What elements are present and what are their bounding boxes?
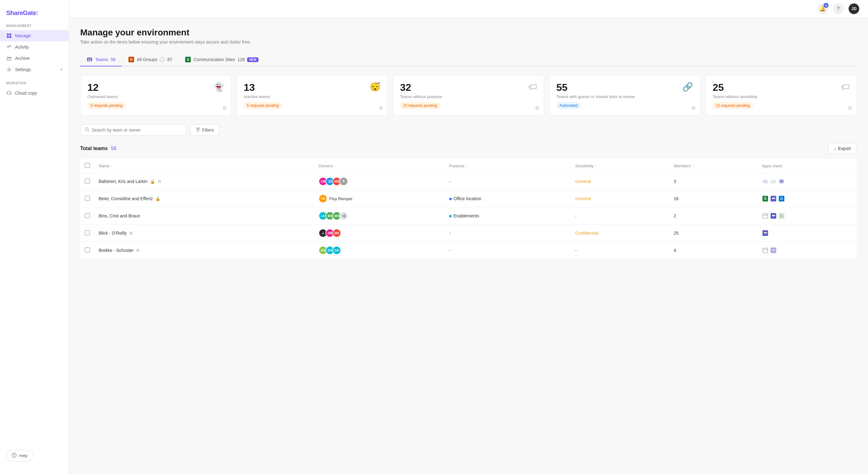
content-area: Manage your environment Take action on t…	[69, 18, 868, 474]
orphaned-badge[interactable]: 5 requests pending	[87, 102, 126, 109]
search-filter-row: Filters	[80, 124, 857, 136]
manage-icon	[6, 33, 12, 38]
members-count: 25	[670, 225, 757, 242]
orphaned-gear-icon[interactable]: ⚙	[222, 105, 227, 111]
avatar: MS	[332, 229, 341, 238]
table-row: Beier, Considine and Effertz 🔒 FR Floy R…	[81, 190, 857, 208]
help-button[interactable]: Help	[6, 450, 33, 462]
no-purpose-icon: 🏷	[528, 82, 537, 92]
team-name: Blick - O'Reilly	[99, 230, 127, 235]
no-sensitivity-gear-icon[interactable]: ⚙	[848, 105, 852, 111]
settings-chevron-icon: ▾	[60, 67, 62, 72]
svg-text:S: S	[187, 58, 189, 61]
purpose-sort-icon: ↕	[465, 164, 467, 168]
more-owners-badge: +2	[339, 212, 348, 220]
filters-button[interactable]: Filters	[190, 124, 219, 136]
inactive-badge[interactable]: 5 requests pending	[244, 102, 282, 109]
stat-cards: 12 Orphaned teams 👻 5 requests pending ⚙…	[80, 75, 857, 116]
members-count: 16	[670, 190, 757, 208]
help-topbar-button[interactable]: ?	[833, 3, 843, 14]
svg-point-24	[780, 181, 781, 182]
col-owners[interactable]: Owners ↕	[318, 163, 336, 168]
svg-point-50	[772, 249, 774, 251]
guests-gear-icon[interactable]: ⚙	[691, 105, 696, 111]
tab-teams[interactable]: Teams 56	[80, 53, 122, 66]
no-sensitivity-badge[interactable]: 12 requests pending	[713, 102, 753, 109]
col-name[interactable]: Name ↕	[99, 163, 113, 168]
guests-badge[interactable]: Automated	[556, 102, 581, 109]
svg-rect-0	[7, 34, 9, 35]
export-button[interactable]: ↓ Export	[828, 143, 857, 154]
svg-rect-33	[763, 214, 768, 218]
select-all-checkbox[interactable]	[85, 163, 90, 168]
tab-comm-sites-count: 126	[238, 57, 245, 62]
orphaned-count: 12	[87, 82, 118, 93]
no-purpose-badge[interactable]: 15 requests pending	[400, 102, 440, 109]
team-name: Beier, Considine and Effertz	[99, 196, 153, 201]
table-row: Bins, Crist and Braun LK MS MS +2 Enable…	[81, 208, 857, 225]
migration-section-label: MIGRATION	[0, 82, 69, 87]
lock-icon[interactable]: 🔒	[155, 196, 160, 201]
no-purpose-count: 32	[400, 82, 442, 93]
recycle-icon[interactable]: ♻	[158, 179, 161, 184]
inactive-gear-icon[interactable]: ⚙	[379, 105, 383, 111]
inactive-label: Inactive teams	[244, 94, 270, 100]
notification-button[interactable]: 🔔 3	[817, 3, 828, 14]
sidebar-item-manage[interactable]: Manage	[0, 30, 69, 41]
user-avatar[interactable]: JD	[848, 3, 859, 14]
row-checkbox[interactable]	[85, 213, 90, 218]
svg-text:S: S	[764, 196, 767, 201]
sensitivity-value: General	[575, 179, 591, 184]
name-sort-icon: ↕	[111, 164, 113, 168]
activity-icon	[6, 44, 12, 50]
app-icons-cell	[762, 178, 852, 185]
svg-point-9	[14, 456, 14, 457]
sharepoint-icon: S	[762, 195, 769, 202]
all-groups-info-icon[interactable]: i	[160, 57, 165, 62]
help-label: Help	[19, 453, 28, 458]
sidebar-item-settings[interactable]: Settings ▾	[0, 64, 69, 75]
purpose-dot-icon	[449, 215, 452, 217]
sensitivity-value: Confidential	[575, 230, 598, 235]
help-icon	[11, 453, 17, 459]
sidebar: ShareGate: MANAGEMENT Manage Activity Ar…	[0, 0, 69, 474]
members-count: 2	[670, 208, 757, 225]
col-purpose[interactable]: Purpose ↕	[449, 163, 467, 168]
tab-comm-sites[interactable]: S Communication Sites 126 NEW	[179, 53, 265, 66]
table-row: Blick - O'Reilly ♻ ● HB MS - Confidentia…	[81, 225, 857, 242]
search-input[interactable]	[92, 127, 182, 132]
app-icons-cell	[762, 247, 852, 254]
svg-rect-21	[763, 180, 768, 183]
row-checkbox[interactable]	[85, 196, 90, 201]
tab-all-groups-count: 87	[167, 57, 172, 62]
svg-rect-5	[7, 58, 11, 60]
lock-icon[interactable]: 🔒	[150, 179, 155, 184]
recycle-icon[interactable]: ♻	[129, 231, 133, 235]
new-badge: NEW	[247, 57, 258, 62]
sidebar-item-archive[interactable]: Archive	[0, 53, 69, 64]
outlook-icon: O	[778, 195, 785, 202]
sidebar-item-settings-label: Settings	[15, 67, 31, 72]
row-checkbox[interactable]	[85, 179, 90, 184]
teams-icon	[770, 195, 777, 202]
svg-rect-1	[9, 34, 11, 35]
tab-comm-sites-label: Communication Sites	[194, 57, 235, 62]
recycle-icon[interactable]: ♻	[136, 248, 140, 253]
col-sensitivity[interactable]: Sensitivity ↕	[575, 163, 596, 168]
svg-rect-23	[779, 180, 784, 183]
orphaned-label: Orphaned teams	[87, 94, 118, 100]
row-checkbox[interactable]	[85, 248, 90, 253]
svg-rect-2	[7, 36, 9, 38]
no-purpose-gear-icon[interactable]: ⚙	[535, 105, 539, 111]
app-logo: ShareGate:	[0, 6, 69, 24]
sidebar-item-activity[interactable]: Activity	[0, 41, 69, 53]
row-checkbox[interactable]	[85, 230, 90, 235]
sidebar-item-manage-label: Manage	[15, 33, 31, 38]
owner-name: Floy Rempel	[329, 196, 352, 201]
teams-icon	[770, 212, 777, 219]
sidebar-item-cloud-copy[interactable]: Cloud copy	[0, 87, 69, 99]
col-apps-used[interactable]: Apps Used ↕	[762, 163, 785, 168]
col-members[interactable]: Members ↕	[674, 163, 693, 168]
orphaned-icon: 👻	[213, 82, 224, 92]
tab-all-groups[interactable]: O All Groups i 87	[122, 53, 179, 66]
